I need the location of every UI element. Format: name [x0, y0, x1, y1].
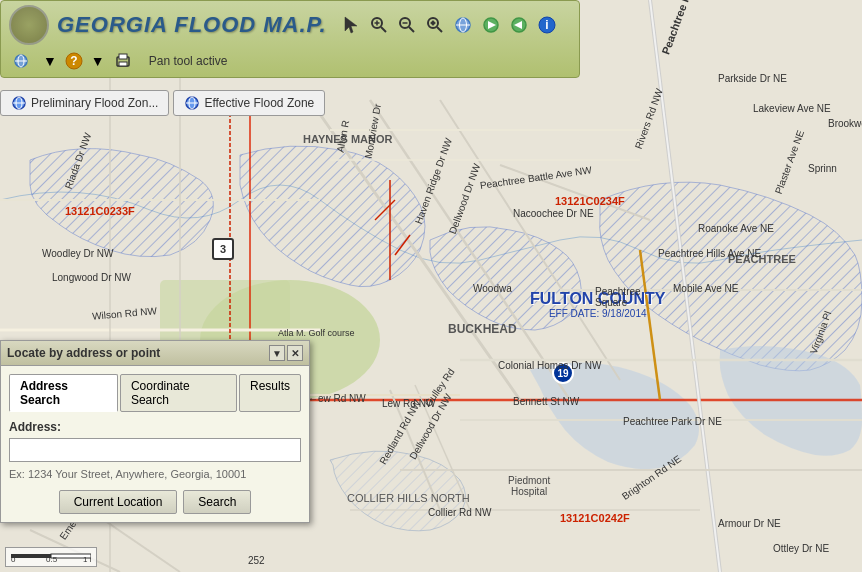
highway-shield-3: 3 [212, 238, 234, 260]
map-container: 13121C0233F 13121C0234F 13121C0241F 1312… [0, 0, 862, 572]
svg-point-46 [431, 21, 435, 25]
svg-line-36 [381, 27, 386, 32]
app-title: GEORGIA FLOOD MA.P. [57, 12, 327, 38]
pan-tool-status: Pan tool active [149, 54, 228, 68]
toolbar-bottom: ▼ ? ▼ Pan tool active [9, 49, 571, 73]
zoom-extent-icon[interactable] [423, 13, 447, 37]
help-dropdown-btn[interactable]: ▼ [91, 53, 105, 69]
flood-zone-buttons: Preliminary Flood Zon... Effective Flood… [0, 90, 325, 116]
preliminary-flood-btn[interactable]: Preliminary Flood Zon... [0, 90, 169, 116]
effective-flood-btn[interactable]: Effective Flood Zone [173, 90, 325, 116]
back-icon[interactable] [507, 13, 531, 37]
svg-text:1 mi: 1 mi [83, 555, 91, 562]
svg-text:i: i [545, 18, 548, 32]
print-icon[interactable] [111, 49, 135, 73]
current-location-btn[interactable]: Current Location [59, 490, 178, 514]
svg-rect-70 [11, 554, 51, 558]
locate-buttons: Current Location Search [9, 490, 301, 514]
locate-dialog-title: Locate by address or point [7, 346, 160, 360]
zoom-out-icon[interactable] [395, 13, 419, 37]
svg-text:?: ? [70, 54, 77, 68]
locate-dialog-body: Address Search Coordinate Search Results… [1, 366, 309, 522]
svg-text:0.5: 0.5 [46, 555, 58, 562]
svg-rect-62 [119, 54, 127, 59]
svg-text:0: 0 [11, 555, 16, 562]
cursor-tool-icon[interactable] [339, 13, 363, 37]
effective-flood-icon [184, 95, 200, 111]
info-tool-icon[interactable]: i [535, 13, 559, 37]
tab-coordinate-search[interactable]: Coordinate Search [120, 374, 237, 412]
address-example: Ex: 1234 Your Street, Anywhere, Georgia,… [9, 468, 301, 480]
effective-flood-label: Effective Flood Zone [204, 96, 314, 110]
tab-address-search[interactable]: Address Search [9, 374, 118, 412]
svg-line-43 [437, 27, 442, 32]
address-input[interactable] [9, 438, 301, 462]
preliminary-flood-label: Preliminary Flood Zon... [31, 96, 158, 110]
globe-dropdown-btn[interactable]: ▼ [43, 53, 57, 69]
locate-dialog: Locate by address or point ▼ ✕ Address S… [0, 340, 310, 523]
address-label: Address: [9, 420, 301, 434]
toolbar: GEORGIA FLOOD MA.P. [0, 0, 580, 78]
help-circle-icon[interactable]: ? [63, 50, 85, 72]
locate-dialog-controls: ▼ ✕ [269, 345, 303, 361]
globe-nav-icon[interactable] [451, 13, 475, 37]
locate-tabs: Address Search Coordinate Search Results [9, 374, 301, 412]
scale-indicator: 0 0.5 1 mi [5, 547, 97, 567]
locate-dialog-close-btn[interactable]: ✕ [287, 345, 303, 361]
watermark-icon [9, 5, 49, 45]
locate-dialog-minimize-btn[interactable]: ▼ [269, 345, 285, 361]
toolbar-top: GEORGIA FLOOD MA.P. [9, 5, 571, 45]
locate-dialog-header: Locate by address or point ▼ ✕ [1, 341, 309, 366]
forward-icon[interactable] [479, 13, 503, 37]
tab-results[interactable]: Results [239, 374, 301, 412]
zoom-in-icon[interactable] [367, 13, 391, 37]
globe-small-icon[interactable] [9, 50, 37, 72]
preliminary-flood-icon [11, 95, 27, 111]
svg-rect-63 [119, 62, 127, 66]
svg-line-40 [409, 27, 414, 32]
scale-bar: 0 0.5 1 mi [11, 550, 91, 562]
interstate-shield-19: 19 [552, 362, 574, 384]
search-btn[interactable]: Search [183, 490, 251, 514]
